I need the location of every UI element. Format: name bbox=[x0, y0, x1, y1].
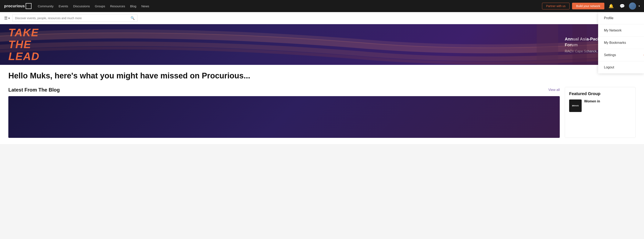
logo-icon bbox=[26, 3, 32, 9]
nav-item-community[interactable]: Community bbox=[38, 4, 54, 8]
group-logo-text: BRAVO bbox=[571, 104, 580, 108]
navbar-actions: Partner with us Build your network 🔔 💬 ▾ bbox=[542, 2, 640, 10]
partner-button[interactable]: Partner with us bbox=[542, 3, 569, 10]
featured-group-card: Featured Group BRAVO Women in bbox=[565, 87, 636, 138]
group-name: Women in bbox=[584, 100, 600, 103]
blog-section-title: Latest From The Blog bbox=[8, 87, 60, 93]
blog-section: Latest From The Blog View all bbox=[8, 87, 560, 138]
banner-line1: TAKE bbox=[8, 27, 548, 38]
user-dropdown-menu: Profile My Network My Bookmarks Settings… bbox=[598, 12, 644, 74]
banner-line2: THE bbox=[8, 38, 548, 50]
search-input[interactable] bbox=[15, 16, 130, 20]
nav-item-events[interactable]: Events bbox=[58, 4, 68, 8]
search-icon[interactable]: 🔍 bbox=[130, 16, 135, 20]
dropdown-item-my-bookmarks[interactable]: My Bookmarks bbox=[598, 37, 644, 49]
blog-view-all-link[interactable]: View all bbox=[548, 88, 560, 92]
featured-group-title: Featured Group bbox=[569, 91, 631, 96]
nav-item-groups[interactable]: Groups bbox=[95, 4, 105, 8]
dropdown-item-settings[interactable]: Settings bbox=[598, 49, 644, 61]
hamburger-button[interactable]: ☰ ▾ bbox=[4, 16, 10, 20]
avatar[interactable] bbox=[629, 2, 636, 10]
dropdown-item-my-network[interactable]: My Network bbox=[598, 24, 644, 37]
group-info: Women in bbox=[584, 100, 600, 103]
brand-name: procurious bbox=[4, 4, 25, 8]
dropdown-item-logout[interactable]: Logout bbox=[598, 61, 644, 74]
nav-item-resources[interactable]: Resources bbox=[110, 4, 125, 8]
banner-headline: TAKE THE LEAD bbox=[8, 27, 548, 62]
build-network-button[interactable]: Build your network bbox=[572, 3, 604, 10]
nav-item-blog[interactable]: Blog bbox=[130, 4, 136, 8]
banner-ad: TAKE THE LEAD Annual Asia-Pacific CFO & … bbox=[0, 24, 644, 65]
messages-icon[interactable]: 💬 bbox=[618, 3, 626, 10]
blog-featured-image[interactable] bbox=[8, 96, 560, 138]
svg-rect-1 bbox=[572, 24, 587, 65]
nav-item-news[interactable]: News bbox=[142, 4, 149, 8]
search-bar-area: ☰ ▾ 🔍 bbox=[0, 12, 644, 24]
nav-menu: Community Events Discussions Groups Reso… bbox=[38, 4, 542, 8]
dropdown-item-profile[interactable]: Profile bbox=[598, 12, 644, 24]
nav-item-discussions[interactable]: Discussions bbox=[73, 4, 90, 8]
search-container: 🔍 bbox=[12, 14, 138, 22]
logo[interactable]: procurious bbox=[4, 3, 32, 9]
hamburger-icon: ☰ bbox=[4, 16, 8, 20]
group-card[interactable]: BRAVO Women in bbox=[569, 100, 631, 112]
chevron-down-icon[interactable]: ▾ bbox=[638, 4, 640, 8]
navbar: procurious Community Events Discussions … bbox=[0, 0, 644, 12]
content-grid: Latest From The Blog View all Featured G… bbox=[8, 87, 636, 138]
settings-label: Settings bbox=[604, 53, 616, 57]
banner-line3: LEAD bbox=[8, 50, 548, 62]
avatar-image bbox=[629, 2, 636, 10]
group-logo: BRAVO bbox=[569, 100, 582, 112]
blog-section-header: Latest From The Blog View all bbox=[8, 87, 560, 93]
welcome-heading: Hello Muks, here's what you might have m… bbox=[8, 71, 636, 81]
page-content: Hello Muks, here's what you might have m… bbox=[0, 65, 644, 144]
hamburger-chevron: ▾ bbox=[8, 16, 10, 20]
banner-left: TAKE THE LEAD bbox=[0, 24, 556, 65]
notifications-icon[interactable]: 🔔 bbox=[607, 3, 616, 10]
